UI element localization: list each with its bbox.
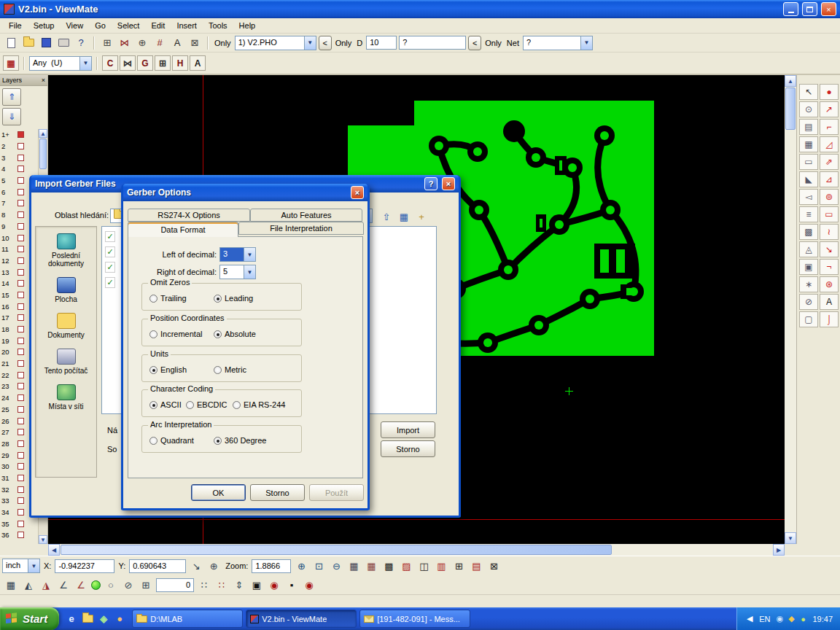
close-button[interactable]: × [821,2,836,16]
draw-pad-icon[interactable]: ● [820,84,839,100]
layers-panel-header[interactable]: Layers × [0,75,47,86]
layer-visibility-swatch[interactable] [18,497,24,504]
clock[interactable]: 19:47 [812,615,833,623]
layer-row-4[interactable]: 4 [0,163,38,175]
place-my-computer[interactable]: Tento počítač [36,342,96,378]
layer-visibility-swatch[interactable] [18,338,24,344]
zoom-in-button[interactable]: ⊕ [293,558,309,574]
scroll-down-icon[interactable]: ▼ [39,535,47,544]
select-pointer-icon[interactable]: ↖ [799,84,818,100]
layer-visibility-swatch[interactable] [18,406,24,413]
layer-visibility-swatch[interactable] [18,372,24,378]
save-button[interactable] [38,35,54,51]
target-box-icon[interactable]: ▣ [799,259,818,275]
pattern-c-button[interactable]: ▪ [284,577,300,593]
restore-button[interactable] [802,2,817,16]
tray-messenger-icon[interactable]: ◆ [786,613,796,625]
radio-ascii[interactable]: ASCII [149,400,182,409]
tool-pads-icon[interactable]: ⋈ [117,35,133,51]
layer-visibility-swatch[interactable] [18,452,24,459]
gerber-file-icon[interactable]: ✓ [105,277,115,288]
radio-incremental[interactable]: Incremental [149,330,202,338]
pattern-button-4[interactable]: ▥ [433,558,449,574]
draw-rect-outline-icon[interactable]: ▭ [820,206,839,222]
tool-grid-icon[interactable]: ⊞ [99,35,115,51]
vertical-scrollbar[interactable]: ▲ ▼ [785,75,796,544]
layer-visibility-swatch[interactable] [18,177,24,184]
gerber-file-icon[interactable]: ✓ [105,246,115,257]
menu-help[interactable]: Help [233,20,262,31]
layer-visibility-swatch[interactable] [18,166,24,172]
scroll-thumb[interactable] [39,139,47,169]
gerber-file-icon[interactable]: ✓ [105,262,115,273]
layer-visibility-swatch[interactable] [18,532,24,538]
menu-go[interactable]: Go [89,20,112,31]
layer-visibility-swatch[interactable] [18,303,24,310]
layer-visibility-swatch[interactable] [18,394,24,401]
layer-row-35[interactable]: 35 [0,518,38,529]
dialog-close-button[interactable]: × [351,186,364,199]
layer-visibility-swatch[interactable] [18,440,24,447]
any-filter-combo[interactable]: Any (U) ▼ [29,56,92,71]
scroll-thumb[interactable] [785,88,796,130]
minimize-button[interactable] [783,2,798,16]
start-button[interactable]: Start [0,607,59,630]
layers-stack-icon[interactable]: ▤ [799,119,818,135]
prev-dcode-button[interactable]: < [468,36,481,50]
radio-ebcdic[interactable]: EBCDIC [186,400,228,409]
scroll-left-icon[interactable]: ◀ [48,544,60,556]
chevron-down-icon[interactable]: ▼ [244,248,255,261]
layer-visibility-swatch[interactable] [18,349,24,355]
gerber-file-icon[interactable]: ✓ [105,231,115,242]
star-icon[interactable]: ∗ [799,276,818,292]
select-mode-icon[interactable]: ▦ [3,55,19,71]
zoom-field[interactable]: 1.8866 [252,559,291,573]
cancel-button[interactable]: Storno [250,484,305,501]
chevron-down-icon[interactable]: ▼ [28,559,39,572]
mirror-icon[interactable]: ◣ [799,171,818,187]
pattern-b-button[interactable]: ◉ [266,577,282,593]
only-dcode-label[interactable]: Only [334,39,354,47]
new-folder-icon[interactable]: + [413,209,429,225]
tool-box-icon[interactable]: ⊠ [187,35,203,51]
pattern-button-5[interactable]: ⊞ [451,558,467,574]
x-coordinate-field[interactable]: -0.942237 [55,559,114,573]
up-one-level-icon[interactable]: ⇧ [378,209,394,225]
draw-notch-icon[interactable]: ¬ [820,259,839,275]
tray-antivirus-icon[interactable]: ● [798,613,808,625]
ok-button[interactable]: OK [191,484,246,501]
pattern-button-2[interactable]: ▨ [398,558,414,574]
layer-visibility-swatch[interactable] [18,155,24,161]
layer-visibility-swatch[interactable] [18,360,24,367]
browser-quicklaunch-icon[interactable]: ● [112,612,127,626]
tab-auto-features[interactable]: Auto Features [250,209,362,222]
layer-row-3[interactable]: 3 [0,152,38,163]
y-coordinate-field[interactable]: 0.690643 [129,559,186,573]
radio-english[interactable]: English [149,365,187,374]
only-net-label[interactable]: Only [483,39,503,47]
right-of-decimal-combo[interactable]: 5 ▼ [219,265,256,279]
highlight-lamp-button[interactable] [91,580,101,590]
layer-visibility-swatch[interactable] [18,509,24,516]
draw-corner-icon[interactable]: ⌐ [820,119,839,135]
draw-triangle-icon[interactable]: ◿ [820,136,839,152]
chevron-down-icon[interactable]: ▼ [244,265,255,279]
pattern-button-7[interactable]: ⊠ [486,558,502,574]
folder-quicklaunch-icon[interactable] [80,612,95,626]
radio-trailing[interactable]: Trailing [149,294,187,303]
layer-visibility-swatch[interactable] [18,235,24,241]
layer-down-button[interactable]: ⇓ [2,108,21,125]
layer-visibility-swatch[interactable] [18,475,24,481]
circle-select-icon[interactable]: ⊙ [799,101,818,117]
radio-eia-rs244[interactable]: EIA RS-244 [233,400,285,409]
green-app-quicklaunch-icon[interactable]: ◈ [96,612,111,626]
units-combo[interactable]: inch ▼ [2,559,40,573]
chevron-down-icon[interactable]: ▼ [304,36,316,50]
dcode-input[interactable]: 10 [366,36,397,50]
layer-visibility-swatch[interactable] [18,463,24,470]
chevron-down-icon[interactable]: ▼ [79,57,91,70]
scroll-down-icon[interactable]: ▼ [785,532,796,544]
grid-button-2[interactable]: ▦ [363,558,379,574]
tool-c-icon[interactable]: C [102,55,118,71]
circle-button[interactable]: ○ [103,577,119,593]
